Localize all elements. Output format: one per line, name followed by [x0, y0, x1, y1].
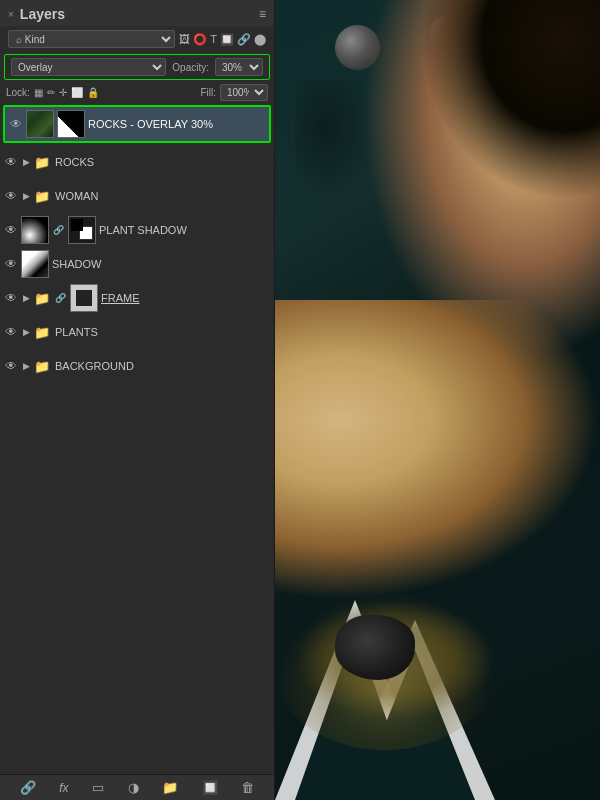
lock-label: Lock:	[6, 87, 30, 98]
expand-icon[interactable]: ▶	[21, 191, 31, 201]
filter-shape-icon[interactable]: 🔲	[220, 33, 234, 46]
layer-name: ROCKS	[55, 156, 270, 168]
visibility-icon[interactable]: 👁	[4, 359, 18, 373]
layer-name: PLANT SHADOW	[99, 224, 270, 236]
panel-menu-icon[interactable]: ≡	[259, 7, 266, 21]
layer-thumbnail	[21, 250, 49, 278]
expand-icon[interactable]: ▶	[21, 157, 31, 167]
expand-icon[interactable]: ▶	[21, 293, 31, 303]
filter-smart-icon[interactable]: 🔗	[237, 33, 251, 46]
fill-label: Fill:	[200, 87, 216, 98]
delete-layer-icon[interactable]: 🗑	[241, 780, 254, 795]
layer-list: 👁 ROCKS - OVERLAY 30% 👁 ▶ 📁 ROCKS 👁 ▶ 📁 …	[0, 103, 274, 774]
layer-item[interactable]: 👁 🔗 PLANT SHADOW	[0, 213, 274, 247]
layer-name: WOMAN	[55, 190, 270, 202]
filter-row: ⌕ Kind 🖼 ⭕ T 🔲 🔗 ⬤	[0, 26, 274, 52]
hair-area	[420, 0, 600, 200]
lock-checkerboard-icon[interactable]: ▦	[34, 87, 43, 98]
add-mask-icon[interactable]: ▭	[92, 780, 104, 795]
lock-row: Lock: ▦ ✏ ✛ ⬜ 🔒 Fill: 100%	[0, 82, 274, 103]
layer-name: ROCKS - OVERLAY 30%	[88, 118, 265, 130]
layer-name: BACKGROUND	[55, 360, 270, 372]
layer-item[interactable]: 👁 ▶ 📁 🔗 FRAME	[0, 281, 274, 315]
expand-icon[interactable]: ▶	[21, 361, 31, 371]
filter-type-icon[interactable]: T	[210, 33, 217, 45]
visibility-icon[interactable]: 👁	[4, 223, 18, 237]
lock-draw-icon[interactable]: ✏	[47, 87, 55, 98]
close-button[interactable]: ×	[8, 9, 14, 20]
panel-topbar: × Layers ≡	[0, 0, 274, 26]
filter-adjust-icon[interactable]: ⭕	[193, 33, 207, 46]
dark-brush	[295, 80, 375, 200]
blend-mode-select[interactable]: Overlay	[11, 58, 166, 76]
layer-item[interactable]: 👁 ▶ 📁 PLANTS	[0, 315, 274, 349]
filter-pixel-icon[interactable]: 🖼	[179, 33, 190, 45]
chain-icon: 🔗	[55, 293, 66, 303]
layer-mask-thumbnail	[57, 110, 85, 138]
opacity-select[interactable]: 30%	[215, 58, 263, 76]
blend-mode-row: Overlay Opacity: 30%	[4, 54, 270, 80]
layer-thumbnail	[70, 284, 98, 312]
layer-item[interactable]: 👁 ▶ 📁 ROCKS	[0, 145, 274, 179]
canvas-area	[275, 0, 600, 800]
fx-button[interactable]: fx	[59, 781, 68, 795]
folder-icon: 📁	[34, 325, 50, 340]
new-layer-icon[interactable]: 🔲	[202, 780, 218, 795]
layers-panel: × Layers ≡ ⌕ Kind 🖼 ⭕ T 🔲 🔗 ⬤ Overlay Op…	[0, 0, 275, 800]
expand-icon[interactable]: ▶	[21, 327, 31, 337]
filter-circle-icon[interactable]: ⬤	[254, 33, 266, 46]
visibility-icon[interactable]: 👁	[4, 257, 18, 271]
visibility-icon[interactable]: 👁	[4, 189, 18, 203]
layer-mask-thumbnail	[68, 216, 96, 244]
visibility-icon[interactable]: 👁	[4, 155, 18, 169]
layer-name: SHADOW	[52, 258, 270, 270]
fill-select[interactable]: 100%	[220, 84, 268, 101]
folder-icon: 📁	[34, 359, 50, 374]
layer-item[interactable]: 👁 ▶ 📁 BACKGROUND	[0, 349, 274, 383]
rock-object	[335, 615, 415, 680]
layer-thumbnail	[21, 216, 49, 244]
visibility-icon[interactable]: 👁	[9, 117, 23, 131]
visibility-icon[interactable]: 👁	[4, 325, 18, 339]
layer-item[interactable]: 👁 ▶ 📁 WOMAN	[0, 179, 274, 213]
chain-icon: 🔗	[53, 225, 64, 235]
folder-icon: 📁	[34, 189, 50, 204]
folder-icon: 📁	[34, 291, 50, 306]
layer-item[interactable]: 👁 ROCKS - OVERLAY 30%	[3, 105, 271, 143]
filter-kind-select[interactable]: ⌕ Kind	[8, 30, 175, 48]
new-group-icon[interactable]: 📁	[162, 780, 178, 795]
lock-artboard-icon[interactable]: ⬜	[71, 87, 83, 98]
layer-name: PLANTS	[55, 326, 270, 338]
canvas-background	[275, 0, 600, 800]
lock-all-icon[interactable]: 🔒	[87, 87, 99, 98]
layer-name: FRAME	[101, 292, 270, 304]
visibility-icon[interactable]: 👁	[4, 291, 18, 305]
layer-thumbnail	[26, 110, 54, 138]
layer-item[interactable]: 👁 SHADOW	[0, 247, 274, 281]
folder-icon: 📁	[34, 155, 50, 170]
link-layers-icon[interactable]: 🔗	[20, 780, 36, 795]
adjustment-icon[interactable]: ◑	[128, 780, 139, 795]
panel-title: Layers	[20, 6, 65, 22]
lock-move-icon[interactable]: ✛	[59, 87, 67, 98]
bottom-toolbar: 🔗 fx ▭ ◑ 📁 🔲 🗑	[0, 774, 274, 800]
opacity-label: Opacity:	[172, 62, 209, 73]
